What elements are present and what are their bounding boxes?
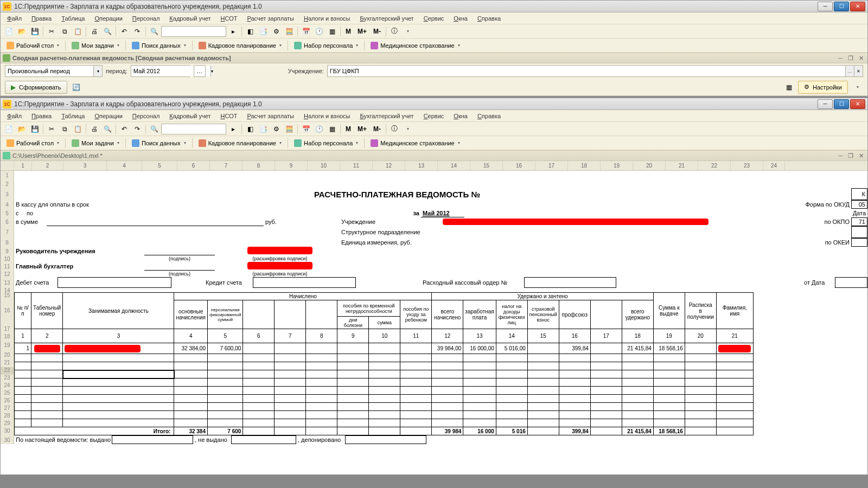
col-20[interactable]: 20 [633, 161, 666, 170]
menu-Правка[interactable]: Правка [27, 112, 56, 120]
calc-icon[interactable]: 🧮 [283, 25, 295, 37]
org-input[interactable] [328, 66, 845, 76]
period-combo[interactable]: ▾ [131, 65, 190, 77]
menu-Персонал[interactable]: Персонал [128, 112, 164, 120]
help-icon[interactable]: ⓘ [388, 25, 400, 37]
col-10[interactable]: 10 [308, 161, 340, 170]
menu-Кадровый учет[interactable]: Кадровый учет [165, 112, 215, 120]
menu-Правка[interactable]: Правка [27, 14, 56, 23]
menu-НСОТ[interactable]: НСОТ [216, 14, 242, 23]
minimize-button-2[interactable]: ─ [818, 99, 833, 109]
menu-Операции[interactable]: Операции [90, 14, 126, 23]
redo-icon[interactable]: ↷ [131, 25, 143, 37]
memory-m-minus-2[interactable]: M- [371, 123, 384, 135]
col-18[interactable]: 18 [568, 161, 601, 170]
search-go-icon-2[interactable]: ▸ [227, 123, 239, 135]
period-type-combo[interactable]: ▾ [5, 65, 103, 77]
row-num[interactable]: 2 [1, 179, 14, 188]
nav-Набор-персонала[interactable]: Набор персонала [290, 40, 362, 51]
preview-icon-2[interactable]: 🔍 [101, 123, 113, 135]
tool-1-icon[interactable]: ◧ [244, 25, 256, 37]
cut-icon[interactable]: ✂ [46, 25, 58, 37]
refresh-icon[interactable]: 🔄 [71, 81, 82, 93]
generate-button[interactable]: ▶ Сформировать [5, 81, 67, 94]
new-doc-icon[interactable]: 📄 [3, 25, 15, 37]
menu-Бухгалтерский учет[interactable]: Бухгалтерский учет [356, 14, 418, 23]
col-22[interactable]: 22 [698, 161, 731, 170]
menu-Таблица[interactable]: Таблица [57, 112, 89, 120]
calendar-icon[interactable]: 📅 [300, 25, 312, 37]
deposited-input[interactable] [345, 435, 426, 444]
col-12[interactable]: 12 [373, 161, 405, 170]
preview-icon[interactable]: 🔍 [101, 25, 113, 37]
row-num[interactable]: 5 [1, 209, 14, 217]
menu-Окна[interactable]: Окна [449, 112, 472, 120]
dropdown-icon[interactable] [401, 25, 413, 37]
nav-Кадровое-планирование[interactable]: Кадровое планирование [195, 138, 285, 149]
row-num[interactable]: 9 [1, 247, 14, 255]
clock-icon-2[interactable]: 🕐 [313, 123, 325, 135]
not-issued-input[interactable] [231, 435, 296, 444]
open-icon[interactable]: 📂 [16, 25, 28, 37]
doc-close-button[interactable]: ✕ [857, 152, 865, 159]
nav-Набор-персонала[interactable]: Набор персонала [290, 138, 362, 149]
row-num[interactable]: 6 [1, 217, 14, 226]
menu-Сервис[interactable]: Сервис [419, 14, 449, 23]
period-dots-button[interactable]: … [194, 65, 206, 77]
col-21[interactable]: 21 [666, 161, 698, 170]
col-3[interactable]: 3 [63, 161, 107, 170]
menu-Персонал[interactable]: Персонал [128, 14, 164, 23]
print-icon[interactable]: 🖨 [88, 25, 100, 37]
cut-icon-2[interactable]: ✂ [46, 123, 58, 135]
col-15[interactable]: 15 [470, 161, 503, 170]
menu-Таблица[interactable]: Таблица [57, 14, 89, 23]
nav-Рабочий-стол[interactable]: Рабочий стол [3, 40, 63, 51]
search-go-icon[interactable]: ▸ [227, 25, 239, 37]
settings-button[interactable]: ⚙ Настройки [798, 81, 848, 94]
period-dropdown-icon[interactable]: ▾ [210, 66, 213, 76]
close-button-2[interactable]: ✕ [850, 99, 865, 109]
rko-input[interactable] [524, 277, 616, 288]
redo-icon-2[interactable]: ↷ [131, 123, 143, 135]
menu-Операции[interactable]: Операции [90, 112, 126, 120]
table-row[interactable]: 1 32 384,00 7 600,00 39 984,00 16 000,00… [15, 343, 754, 354]
calendar-icon-2[interactable]: 📅 [300, 123, 312, 135]
tool-3-icon[interactable]: ⚙ [270, 25, 282, 37]
col-9[interactable]: 9 [275, 161, 308, 170]
col-4[interactable]: 4 [107, 161, 142, 170]
paste-icon-2[interactable]: 📋 [72, 123, 84, 135]
active-cell[interactable] [63, 370, 174, 378]
memory-m[interactable]: M [343, 25, 354, 37]
memory-m-plus[interactable]: M+ [355, 25, 369, 37]
menu-Налоги и взносы[interactable]: Налоги и взносы [299, 112, 355, 120]
col-13[interactable]: 13 [405, 161, 438, 170]
memory-m-plus-2[interactable]: M+ [355, 123, 369, 135]
undo-icon-2[interactable]: ↶ [118, 123, 130, 135]
doc-minimize-button[interactable]: ─ [837, 152, 844, 159]
table-icon-2[interactable]: ▦ [326, 123, 338, 135]
credit-input[interactable] [253, 277, 356, 288]
tool-3-icon-2[interactable]: ⚙ [270, 123, 282, 135]
save-icon[interactable]: 💾 [29, 25, 41, 37]
col-6[interactable]: 6 [177, 161, 210, 170]
col-1[interactable]: 1 [14, 161, 32, 170]
date-input[interactable] [835, 277, 867, 288]
menu-Кадровый учет[interactable]: Кадровый учет [165, 14, 215, 23]
col-2[interactable]: 2 [32, 161, 63, 170]
paste-icon[interactable]: 📋 [72, 25, 84, 37]
row-num[interactable]: 30 [1, 435, 14, 444]
help-icon-2[interactable]: ⓘ [388, 123, 400, 135]
copy-icon-2[interactable]: ⧉ [59, 123, 71, 135]
copy-icon[interactable]: ⧉ [59, 25, 71, 37]
nav-Мои-задачи[interactable]: Мои задачи [68, 138, 123, 149]
menu-Окна[interactable]: Окна [449, 14, 472, 23]
search-icon-2[interactable]: 🔍 [148, 123, 160, 135]
tool-2-icon[interactable]: 📑 [257, 25, 269, 37]
close-button[interactable]: ✕ [850, 2, 865, 11]
menu-Справка[interactable]: Справка [473, 112, 505, 120]
subwin-close-button[interactable]: ✕ [857, 55, 865, 62]
calc-icon-2[interactable]: 🧮 [283, 123, 295, 135]
col-24[interactable]: 24 [763, 161, 785, 170]
nav-Медицинское-страхование[interactable]: Медицинское страхование [367, 138, 463, 149]
maximize-button-2[interactable]: ☐ [834, 99, 849, 109]
